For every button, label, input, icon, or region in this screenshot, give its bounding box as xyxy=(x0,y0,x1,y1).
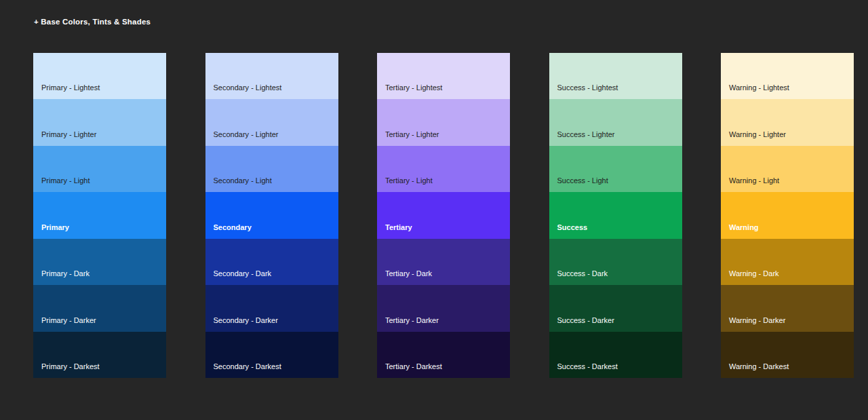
color-swatch[interactable]: Success xyxy=(549,192,682,238)
swatch-label: Secondary - Lightest xyxy=(214,84,282,92)
swatch-label: Primary - Darker xyxy=(41,317,96,324)
color-swatch[interactable]: Secondary - Darkest xyxy=(205,332,338,378)
color-swatch[interactable]: Primary - Dark xyxy=(33,239,166,285)
color-swatch[interactable]: Primary - Lightest xyxy=(33,53,166,99)
swatch-label: Tertiary - Darker xyxy=(385,317,439,324)
color-swatch[interactable]: Tertiary - Darkest xyxy=(377,332,510,378)
color-swatch[interactable]: Secondary - Light xyxy=(205,146,338,192)
color-swatch[interactable]: Success - Darker xyxy=(549,285,682,331)
swatch-label: Primary - Darkest xyxy=(41,363,100,370)
swatch-label: Tertiary - Darkest xyxy=(385,363,442,370)
color-swatch[interactable]: Tertiary - Lightest xyxy=(377,53,510,99)
color-swatch[interactable]: Success - Light xyxy=(549,146,682,192)
color-swatch[interactable]: Success - Lighter xyxy=(549,99,682,145)
swatch-label: Tertiary - Lightest xyxy=(385,84,442,92)
swatch-label: Success - Lighter xyxy=(557,131,615,138)
swatch-label: Tertiary - Lighter xyxy=(385,131,439,138)
color-swatch[interactable]: Primary - Light xyxy=(33,146,166,192)
color-swatch[interactable]: Warning - Darkest xyxy=(721,332,854,378)
swatch-label: Success - Lightest xyxy=(557,84,618,92)
color-swatch[interactable]: Primary - Darker xyxy=(33,285,166,331)
color-swatch[interactable]: Secondary xyxy=(205,192,338,238)
color-swatch[interactable]: Primary xyxy=(33,192,166,238)
color-swatch[interactable]: Tertiary xyxy=(377,192,510,238)
palette-column-success: Success - LightestSuccess - LighterSucce… xyxy=(549,53,682,378)
palette-column-warning: Warning - LightestWarning - LighterWarni… xyxy=(721,53,854,378)
swatch-label: Secondary - Darkest xyxy=(214,363,281,370)
page-title: + Base Colors, Tints & Shades xyxy=(34,18,151,26)
swatch-label: Warning - Lightest xyxy=(729,84,789,92)
color-swatch[interactable]: Tertiary - Dark xyxy=(377,239,510,285)
color-swatch[interactable]: Warning - Lighter xyxy=(721,99,854,145)
swatch-label: Tertiary xyxy=(385,224,412,231)
color-swatch[interactable]: Secondary - Lighter xyxy=(205,99,338,145)
swatch-label: Secondary xyxy=(214,224,252,231)
palette: Primary - LightestPrimary - LighterPrima… xyxy=(33,53,854,378)
color-swatch[interactable]: Secondary - Darker xyxy=(205,285,338,331)
swatch-label: Success xyxy=(557,224,588,231)
color-swatch[interactable]: Tertiary - Light xyxy=(377,146,510,192)
swatch-label: Primary - Dark xyxy=(41,270,90,278)
color-swatch[interactable]: Primary - Lighter xyxy=(33,99,166,145)
color-swatch[interactable]: Secondary - Lightest xyxy=(205,53,338,99)
color-swatch[interactable]: Success - Dark xyxy=(549,239,682,285)
color-swatch[interactable]: Warning xyxy=(721,192,854,238)
color-swatch[interactable]: Primary - Darkest xyxy=(33,332,166,378)
swatch-label: Tertiary - Dark xyxy=(385,270,432,278)
color-swatch[interactable]: Warning - Darker xyxy=(721,285,854,331)
swatch-label: Primary - Lighter xyxy=(41,131,96,138)
swatch-label: Warning - Dark xyxy=(729,270,779,278)
swatch-label: Warning - Darkest xyxy=(729,363,789,370)
swatch-label: Success - Darkest xyxy=(557,363,618,370)
swatch-label: Success - Dark xyxy=(557,270,608,278)
design-canvas: + Base Colors, Tints & Shades Primary - … xyxy=(0,0,868,420)
swatch-label: Primary xyxy=(41,224,69,231)
color-swatch[interactable]: Secondary - Dark xyxy=(205,239,338,285)
swatch-label: Primary - Light xyxy=(41,177,90,185)
swatch-label: Warning - Lighter xyxy=(729,131,786,138)
color-swatch[interactable]: Tertiary - Lighter xyxy=(377,99,510,145)
swatch-label: Secondary - Darker xyxy=(214,317,278,324)
color-swatch[interactable]: Success - Darkest xyxy=(549,332,682,378)
swatch-label: Warning - Light xyxy=(729,177,779,185)
color-swatch[interactable]: Warning - Dark xyxy=(721,239,854,285)
swatch-label: Secondary - Lighter xyxy=(214,131,279,138)
palette-column-secondary: Secondary - LightestSecondary - LighterS… xyxy=(205,53,338,378)
palette-column-primary: Primary - LightestPrimary - LighterPrima… xyxy=(33,53,166,378)
palette-column-tertiary: Tertiary - LightestTertiary - LighterTer… xyxy=(377,53,510,378)
swatch-label: Secondary - Dark xyxy=(214,270,272,278)
color-swatch[interactable]: Warning - Lightest xyxy=(721,53,854,99)
swatch-label: Primary - Lightest xyxy=(41,84,100,92)
swatch-label: Success - Light xyxy=(557,177,608,185)
swatch-label: Warning xyxy=(729,224,759,231)
swatch-label: Secondary - Light xyxy=(214,177,272,185)
swatch-label: Tertiary - Light xyxy=(385,177,433,185)
swatch-label: Success - Darker xyxy=(557,317,614,324)
color-swatch[interactable]: Tertiary - Darker xyxy=(377,285,510,331)
color-swatch[interactable]: Success - Lightest xyxy=(549,53,682,99)
color-swatch[interactable]: Warning - Light xyxy=(721,146,854,192)
swatch-label: Warning - Darker xyxy=(729,317,785,324)
